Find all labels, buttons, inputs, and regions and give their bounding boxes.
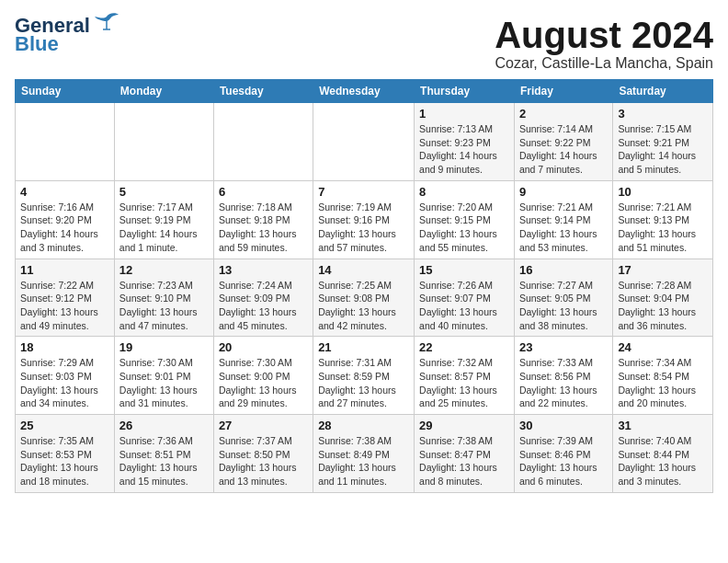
calendar-cell: 23Sunrise: 7:33 AM Sunset: 8:56 PM Dayli… — [514, 337, 612, 415]
day-info: Sunrise: 7:40 AM Sunset: 8:44 PM Dayligh… — [618, 434, 708, 488]
day-info: Sunrise: 7:29 AM Sunset: 9:03 PM Dayligh… — [20, 356, 109, 410]
day-info: Sunrise: 7:25 AM Sunset: 9:08 PM Dayligh… — [318, 279, 409, 333]
weekday-header-row: SundayMondayTuesdayWednesdayThursdayFrid… — [16, 80, 713, 103]
day-info: Sunrise: 7:32 AM Sunset: 8:57 PM Dayligh… — [419, 356, 509, 410]
calendar-cell: 15Sunrise: 7:26 AM Sunset: 9:07 PM Dayli… — [415, 259, 515, 337]
calendar-cell: 6Sunrise: 7:18 AM Sunset: 9:18 PM Daylig… — [213, 180, 313, 259]
day-info: Sunrise: 7:28 AM Sunset: 9:04 PM Dayligh… — [618, 279, 708, 333]
day-info: Sunrise: 7:30 AM Sunset: 9:01 PM Dayligh… — [119, 356, 209, 410]
weekday-header-thursday: Thursday — [415, 80, 515, 103]
weekday-header-saturday: Saturday — [613, 80, 713, 103]
day-info: Sunrise: 7:35 AM Sunset: 8:53 PM Dayligh… — [20, 434, 109, 488]
calendar-cell: 14Sunrise: 7:25 AM Sunset: 9:08 PM Dayli… — [313, 259, 415, 337]
day-number: 1 — [419, 107, 509, 121]
day-info: Sunrise: 7:19 AM Sunset: 9:16 PM Dayligh… — [318, 201, 409, 255]
day-number: 23 — [519, 340, 608, 354]
day-info: Sunrise: 7:37 AM Sunset: 8:50 PM Dayligh… — [219, 434, 308, 488]
day-number: 11 — [20, 263, 109, 277]
day-info: Sunrise: 7:27 AM Sunset: 9:05 PM Dayligh… — [519, 279, 608, 333]
calendar-cell: 19Sunrise: 7:30 AM Sunset: 9:01 PM Dayli… — [114, 337, 213, 415]
calendar-cell: 1Sunrise: 7:13 AM Sunset: 9:23 PM Daylig… — [415, 103, 515, 181]
weekday-header-wednesday: Wednesday — [313, 80, 415, 103]
calendar-cell: 8Sunrise: 7:20 AM Sunset: 9:15 PM Daylig… — [415, 180, 515, 259]
day-number: 9 — [519, 185, 608, 199]
header: General Blue August 2024 Cozar, Castille… — [15, 15, 713, 72]
day-info: Sunrise: 7:36 AM Sunset: 8:51 PM Dayligh… — [119, 434, 209, 488]
calendar-cell: 26Sunrise: 7:36 AM Sunset: 8:51 PM Dayli… — [114, 415, 213, 493]
day-info: Sunrise: 7:33 AM Sunset: 8:56 PM Dayligh… — [519, 356, 608, 410]
day-number: 3 — [618, 107, 708, 121]
calendar-week-4: 18Sunrise: 7:29 AM Sunset: 9:03 PM Dayli… — [16, 337, 713, 415]
day-number: 25 — [20, 419, 109, 432]
calendar-cell: 27Sunrise: 7:37 AM Sunset: 8:50 PM Dayli… — [213, 415, 313, 493]
day-number: 27 — [219, 419, 308, 432]
calendar-cell: 20Sunrise: 7:30 AM Sunset: 9:00 PM Dayli… — [213, 337, 313, 415]
day-number: 8 — [419, 185, 509, 199]
weekday-header-friday: Friday — [514, 80, 612, 103]
day-number: 6 — [219, 185, 308, 199]
day-number: 4 — [20, 185, 109, 199]
day-number: 31 — [618, 419, 708, 432]
calendar-cell: 16Sunrise: 7:27 AM Sunset: 9:05 PM Dayli… — [514, 259, 612, 337]
day-number: 5 — [119, 185, 209, 199]
day-info: Sunrise: 7:21 AM Sunset: 9:14 PM Dayligh… — [519, 201, 608, 255]
day-number: 24 — [618, 340, 708, 354]
calendar-cell: 24Sunrise: 7:34 AM Sunset: 8:54 PM Dayli… — [613, 337, 713, 415]
day-number: 21 — [318, 340, 409, 354]
day-info: Sunrise: 7:34 AM Sunset: 8:54 PM Dayligh… — [618, 356, 708, 410]
day-info: Sunrise: 7:17 AM Sunset: 9:19 PM Dayligh… — [119, 201, 209, 255]
weekday-header-tuesday: Tuesday — [213, 80, 313, 103]
day-info: Sunrise: 7:18 AM Sunset: 9:18 PM Dayligh… — [219, 201, 308, 255]
day-number: 30 — [519, 419, 608, 432]
calendar-cell: 18Sunrise: 7:29 AM Sunset: 9:03 PM Dayli… — [16, 337, 115, 415]
calendar-cell — [114, 103, 213, 181]
day-number: 29 — [419, 419, 509, 432]
calendar-cell: 25Sunrise: 7:35 AM Sunset: 8:53 PM Dayli… — [16, 415, 115, 493]
day-info: Sunrise: 7:15 AM Sunset: 9:21 PM Dayligh… — [618, 122, 708, 177]
calendar-week-1: 1Sunrise: 7:13 AM Sunset: 9:23 PM Daylig… — [16, 103, 713, 181]
calendar-cell — [213, 103, 313, 181]
calendar-cell: 17Sunrise: 7:28 AM Sunset: 9:04 PM Dayli… — [613, 259, 713, 337]
calendar-cell: 2Sunrise: 7:14 AM Sunset: 9:22 PM Daylig… — [514, 103, 612, 181]
calendar-cell: 9Sunrise: 7:21 AM Sunset: 9:14 PM Daylig… — [514, 180, 612, 259]
day-info: Sunrise: 7:23 AM Sunset: 9:10 PM Dayligh… — [119, 279, 209, 333]
day-info: Sunrise: 7:21 AM Sunset: 9:13 PM Dayligh… — [618, 201, 708, 255]
day-info: Sunrise: 7:26 AM Sunset: 9:07 PM Dayligh… — [419, 279, 509, 333]
day-number: 22 — [419, 340, 509, 354]
calendar-cell: 10Sunrise: 7:21 AM Sunset: 9:13 PM Dayli… — [613, 180, 713, 259]
day-number: 13 — [219, 263, 308, 277]
day-number: 2 — [519, 107, 608, 121]
day-number: 15 — [419, 263, 509, 277]
month-year: August 2024 — [495, 15, 713, 55]
calendar-cell: 4Sunrise: 7:16 AM Sunset: 9:20 PM Daylig… — [16, 180, 115, 259]
title-area: August 2024 Cozar, Castille-La Mancha, S… — [495, 15, 713, 72]
location: Cozar, Castille-La Mancha, Spain — [495, 55, 713, 72]
day-number: 18 — [20, 340, 109, 354]
day-number: 20 — [219, 340, 308, 354]
day-info: Sunrise: 7:38 AM Sunset: 8:49 PM Dayligh… — [318, 434, 409, 488]
day-info: Sunrise: 7:20 AM Sunset: 9:15 PM Dayligh… — [419, 201, 509, 255]
calendar-cell: 7Sunrise: 7:19 AM Sunset: 9:16 PM Daylig… — [313, 180, 415, 259]
day-info: Sunrise: 7:13 AM Sunset: 9:23 PM Dayligh… — [419, 122, 509, 177]
calendar-cell: 22Sunrise: 7:32 AM Sunset: 8:57 PM Dayli… — [415, 337, 515, 415]
calendar-cell — [313, 103, 415, 181]
calendar-cell: 29Sunrise: 7:38 AM Sunset: 8:47 PM Dayli… — [415, 415, 515, 493]
day-number: 7 — [318, 185, 409, 199]
day-info: Sunrise: 7:24 AM Sunset: 9:09 PM Dayligh… — [219, 279, 308, 333]
calendar-cell: 31Sunrise: 7:40 AM Sunset: 8:44 PM Dayli… — [613, 415, 713, 493]
day-number: 16 — [519, 263, 608, 277]
day-info: Sunrise: 7:16 AM Sunset: 9:20 PM Dayligh… — [20, 201, 109, 255]
calendar-week-3: 11Sunrise: 7:22 AM Sunset: 9:12 PM Dayli… — [16, 259, 713, 337]
day-number: 28 — [318, 419, 409, 432]
calendar-cell: 21Sunrise: 7:31 AM Sunset: 8:59 PM Dayli… — [313, 337, 415, 415]
logo-bird-icon — [94, 11, 119, 36]
calendar-body: 1Sunrise: 7:13 AM Sunset: 9:23 PM Daylig… — [16, 103, 713, 493]
calendar-cell: 12Sunrise: 7:23 AM Sunset: 9:10 PM Dayli… — [114, 259, 213, 337]
calendar-cell — [16, 103, 115, 181]
day-number: 17 — [618, 263, 708, 277]
calendar-cell: 3Sunrise: 7:15 AM Sunset: 9:21 PM Daylig… — [613, 103, 713, 181]
calendar-cell: 28Sunrise: 7:38 AM Sunset: 8:49 PM Dayli… — [313, 415, 415, 493]
calendar-cell: 13Sunrise: 7:24 AM Sunset: 9:09 PM Dayli… — [213, 259, 313, 337]
day-number: 12 — [119, 263, 209, 277]
day-number: 10 — [618, 185, 708, 199]
